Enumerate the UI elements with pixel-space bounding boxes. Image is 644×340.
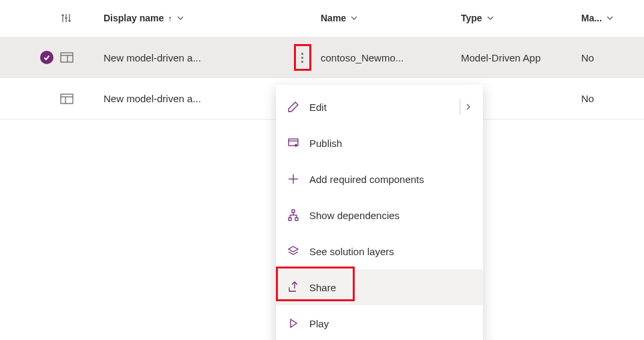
sort-ascending-icon: ↑ — [168, 13, 172, 23]
more-actions-button[interactable] — [294, 44, 311, 71]
table-header-row: Display name ↑ Name Type Ma... — [0, 0, 644, 37]
chevron-down-icon[interactable] — [486, 14, 494, 22]
cell-name: contoso_Newmo... — [321, 52, 404, 63]
app-type-icon — [60, 94, 104, 104]
row-context-menu: Edit Publish Add required components Sho… — [276, 85, 483, 340]
menu-item-play[interactable]: Play — [276, 305, 483, 340]
edit-icon — [287, 100, 300, 114]
svg-rect-17 — [289, 218, 291, 220]
table-row[interactable]: New model-driven a... contoso_Newmo... M… — [0, 37, 644, 78]
share-icon — [287, 281, 300, 294]
menu-item-share[interactable]: Share — [276, 269, 483, 305]
publish-icon — [287, 136, 300, 150]
chevron-down-icon[interactable] — [606, 14, 614, 22]
submenu-indicator[interactable] — [460, 99, 472, 115]
menu-item-show-dependencies[interactable]: Show dependencies — [276, 197, 483, 233]
svg-rect-16 — [292, 210, 295, 212]
svg-rect-18 — [295, 218, 298, 220]
column-header-display-name[interactable]: Display name ↑ — [104, 13, 284, 23]
menu-item-publish[interactable]: Publish — [276, 125, 483, 161]
plus-icon — [287, 172, 300, 186]
layers-icon — [287, 244, 300, 258]
svg-rect-9 — [61, 94, 73, 104]
hierarchy-icon — [287, 208, 300, 222]
svg-rect-6 — [61, 53, 73, 62]
cell-managed: No — [581, 93, 594, 104]
cell-display-name: New model-driven a... — [104, 93, 201, 104]
column-options-icon[interactable] — [60, 12, 72, 24]
column-header-name[interactable]: Name — [321, 13, 461, 23]
cell-managed: No — [581, 52, 594, 63]
menu-item-add-required[interactable]: Add required components — [276, 161, 483, 197]
menu-item-edit[interactable]: Edit — [276, 89, 483, 125]
chevron-down-icon[interactable] — [176, 14, 184, 22]
menu-item-see-solution-layers[interactable]: See solution layers — [276, 233, 483, 269]
cell-type: Model-Driven App — [461, 52, 540, 63]
chevron-right-icon — [464, 103, 472, 111]
play-icon — [287, 317, 300, 330]
app-type-icon — [60, 52, 104, 63]
column-header-type[interactable]: Type — [461, 13, 581, 23]
cell-display-name: New model-driven a... — [104, 52, 201, 63]
vertical-dots-icon — [301, 53, 303, 63]
column-header-managed[interactable]: Ma... — [581, 13, 644, 23]
chevron-down-icon[interactable] — [350, 14, 358, 22]
row-selected-check-icon[interactable] — [40, 51, 53, 64]
